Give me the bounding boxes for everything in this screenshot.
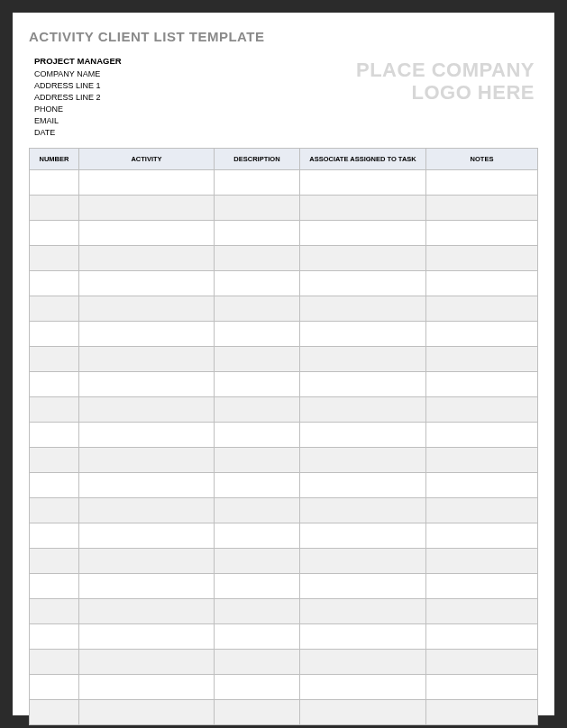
cell-activity[interactable] (79, 624, 215, 650)
cell-activity[interactable] (79, 347, 215, 372)
cell-number[interactable] (30, 271, 79, 296)
cell-number[interactable] (30, 322, 79, 347)
cell-activity[interactable] (79, 448, 215, 473)
cell-description[interactable] (215, 196, 300, 221)
cell-associate[interactable] (300, 498, 426, 523)
cell-associate[interactable] (300, 423, 426, 448)
cell-description[interactable] (215, 271, 300, 296)
cell-description[interactable] (215, 473, 300, 498)
cell-notes[interactable] (426, 246, 538, 271)
cell-activity[interactable] (79, 296, 215, 322)
cell-activity[interactable] (79, 549, 215, 574)
cell-number[interactable] (30, 372, 79, 397)
cell-notes[interactable] (426, 347, 538, 372)
cell-notes[interactable] (426, 473, 538, 498)
cell-notes[interactable] (426, 675, 538, 700)
cell-notes[interactable] (426, 170, 538, 196)
cell-activity[interactable] (79, 675, 215, 700)
cell-activity[interactable] (79, 271, 215, 296)
cell-notes[interactable] (426, 650, 538, 675)
cell-activity[interactable] (79, 322, 215, 347)
cell-associate[interactable] (300, 473, 426, 498)
cell-activity[interactable] (79, 700, 215, 725)
cell-notes[interactable] (426, 624, 538, 650)
cell-activity[interactable] (79, 196, 215, 221)
cell-associate[interactable] (300, 271, 426, 296)
cell-description[interactable] (215, 498, 300, 523)
cell-description[interactable] (215, 675, 300, 700)
cell-activity[interactable] (79, 574, 215, 599)
cell-activity[interactable] (79, 423, 215, 448)
cell-notes[interactable] (426, 196, 538, 221)
cell-description[interactable] (215, 221, 300, 246)
cell-number[interactable] (30, 347, 79, 372)
cell-description[interactable] (215, 599, 300, 624)
cell-notes[interactable] (426, 372, 538, 397)
cell-activity[interactable] (79, 397, 215, 423)
cell-number[interactable] (30, 196, 79, 221)
cell-associate[interactable] (300, 523, 426, 549)
cell-number[interactable] (30, 397, 79, 423)
cell-number[interactable] (30, 675, 79, 700)
cell-activity[interactable] (79, 221, 215, 246)
cell-activity[interactable] (79, 170, 215, 196)
cell-description[interactable] (215, 170, 300, 196)
cell-number[interactable] (30, 599, 79, 624)
cell-activity[interactable] (79, 246, 215, 271)
cell-number[interactable] (30, 296, 79, 322)
cell-number[interactable] (30, 473, 79, 498)
cell-description[interactable] (215, 624, 300, 650)
cell-activity[interactable] (79, 498, 215, 523)
cell-notes[interactable] (426, 448, 538, 473)
cell-activity[interactable] (79, 650, 215, 675)
cell-number[interactable] (30, 549, 79, 574)
cell-notes[interactable] (426, 296, 538, 322)
cell-associate[interactable] (300, 296, 426, 322)
cell-associate[interactable] (300, 170, 426, 196)
cell-description[interactable] (215, 397, 300, 423)
cell-description[interactable] (215, 246, 300, 271)
cell-number[interactable] (30, 170, 79, 196)
cell-associate[interactable] (300, 246, 426, 271)
cell-description[interactable] (215, 700, 300, 725)
cell-description[interactable] (215, 448, 300, 473)
cell-notes[interactable] (426, 498, 538, 523)
cell-associate[interactable] (300, 397, 426, 423)
cell-activity[interactable] (79, 372, 215, 397)
cell-associate[interactable] (300, 624, 426, 650)
cell-notes[interactable] (426, 423, 538, 448)
cell-notes[interactable] (426, 599, 538, 624)
cell-notes[interactable] (426, 397, 538, 423)
cell-number[interactable] (30, 624, 79, 650)
cell-notes[interactable] (426, 322, 538, 347)
cell-description[interactable] (215, 549, 300, 574)
cell-activity[interactable] (79, 473, 215, 498)
cell-description[interactable] (215, 523, 300, 549)
cell-associate[interactable] (300, 322, 426, 347)
cell-description[interactable] (215, 372, 300, 397)
cell-number[interactable] (30, 523, 79, 549)
cell-associate[interactable] (300, 700, 426, 725)
cell-notes[interactable] (426, 523, 538, 549)
cell-notes[interactable] (426, 574, 538, 599)
cell-description[interactable] (215, 296, 300, 322)
cell-associate[interactable] (300, 574, 426, 599)
cell-number[interactable] (30, 246, 79, 271)
cell-activity[interactable] (79, 599, 215, 624)
cell-description[interactable] (215, 574, 300, 599)
cell-associate[interactable] (300, 675, 426, 700)
cell-number[interactable] (30, 700, 79, 725)
cell-associate[interactable] (300, 372, 426, 397)
cell-description[interactable] (215, 322, 300, 347)
cell-associate[interactable] (300, 650, 426, 675)
cell-number[interactable] (30, 574, 79, 599)
cell-number[interactable] (30, 498, 79, 523)
cell-associate[interactable] (300, 221, 426, 246)
cell-description[interactable] (215, 347, 300, 372)
cell-number[interactable] (30, 423, 79, 448)
cell-description[interactable] (215, 650, 300, 675)
cell-description[interactable] (215, 423, 300, 448)
cell-associate[interactable] (300, 347, 426, 372)
cell-associate[interactable] (300, 196, 426, 221)
cell-number[interactable] (30, 650, 79, 675)
